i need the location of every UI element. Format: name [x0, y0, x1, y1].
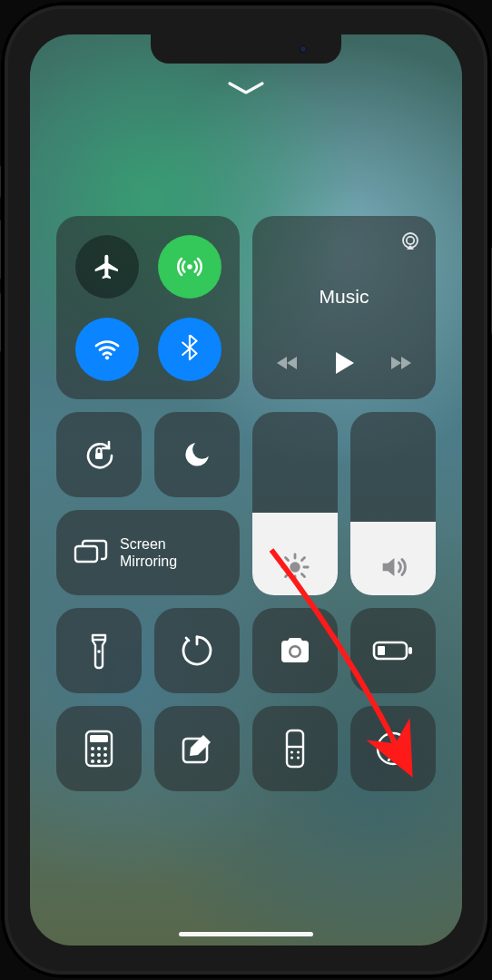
- svg-point-1: [104, 356, 108, 359]
- music-module[interactable]: Music: [252, 216, 436, 399]
- svg-rect-14: [90, 735, 108, 742]
- music-title: Music: [320, 286, 369, 308]
- svg-point-7: [97, 650, 101, 653]
- screen-mirroring-label: Screen Mirroring: [120, 535, 177, 570]
- volume-down-button: [0, 292, 1, 352]
- svg-point-28: [290, 756, 293, 759]
- camera-icon: [276, 635, 314, 666]
- battery-icon: [372, 640, 414, 662]
- timer-button[interactable]: [154, 608, 240, 693]
- svg-rect-6: [75, 546, 97, 562]
- svg-point-16: [97, 747, 101, 750]
- timer-icon: [179, 632, 215, 669]
- volume-up-button: [0, 220, 1, 279]
- brightness-icon: [280, 552, 310, 583]
- airplay-audio-icon[interactable]: [399, 230, 421, 252]
- music-controls: [275, 350, 413, 376]
- svg-point-27: [297, 750, 300, 753]
- wifi-toggle[interactable]: [75, 318, 139, 381]
- svg-point-5: [290, 562, 300, 572]
- do-not-disturb-toggle[interactable]: [154, 412, 240, 497]
- previous-track-icon[interactable]: [275, 354, 300, 372]
- orientation-lock-toggle[interactable]: [56, 412, 142, 497]
- notch: [151, 34, 341, 64]
- next-track-icon[interactable]: [388, 354, 413, 372]
- svg-rect-25: [287, 730, 303, 767]
- orientation-lock-icon: [81, 436, 117, 473]
- accessibility-icon: [375, 730, 411, 767]
- calculator-icon: [84, 730, 113, 768]
- camera-button[interactable]: [252, 608, 338, 693]
- accessibility-shortcut-button[interactable]: [350, 706, 436, 791]
- svg-point-20: [103, 753, 107, 757]
- svg-point-3: [407, 237, 414, 244]
- phone-frame: Music: [1, 2, 491, 978]
- wifi-icon: [93, 335, 122, 364]
- notes-button[interactable]: [154, 706, 240, 791]
- svg-point-29: [297, 756, 300, 759]
- connectivity-module: [56, 216, 240, 399]
- home-indicator[interactable]: [179, 932, 313, 936]
- apple-tv-remote-button[interactable]: [252, 706, 338, 791]
- screen-mirroring-button[interactable]: Screen Mirroring: [56, 510, 240, 595]
- bluetooth-toggle[interactable]: [158, 318, 221, 381]
- control-center: Music: [30, 216, 462, 791]
- svg-rect-11: [408, 647, 412, 654]
- compose-note-icon: [180, 731, 214, 766]
- cellular-data-toggle[interactable]: [158, 235, 221, 299]
- svg-point-19: [97, 753, 101, 757]
- svg-point-22: [97, 760, 101, 763]
- screen: Music: [30, 34, 462, 946]
- calculator-button[interactable]: [56, 706, 142, 791]
- mute-switch: [0, 165, 1, 198]
- bluetooth-icon: [178, 335, 202, 364]
- screen-mirroring-icon: [73, 537, 109, 568]
- airplane-icon: [93, 252, 122, 281]
- collapse-chevron-icon[interactable]: [226, 80, 266, 96]
- moon-icon: [182, 439, 212, 470]
- svg-rect-12: [378, 646, 385, 655]
- svg-point-15: [91, 747, 94, 750]
- cellular-antenna-icon: [176, 253, 203, 280]
- svg-point-26: [290, 750, 293, 753]
- volume-slider[interactable]: [350, 412, 436, 595]
- low-power-mode-button[interactable]: [350, 608, 436, 693]
- flashlight-button[interactable]: [56, 608, 142, 693]
- brightness-slider[interactable]: [252, 412, 338, 595]
- svg-point-21: [91, 760, 94, 763]
- remote-icon: [285, 729, 305, 769]
- flashlight-icon: [88, 632, 110, 670]
- svg-point-9: [291, 648, 300, 656]
- volume-icon: [378, 552, 408, 583]
- svg-point-31: [391, 739, 396, 743]
- airplane-mode-toggle[interactable]: [75, 235, 139, 299]
- play-icon[interactable]: [333, 350, 355, 376]
- svg-point-23: [103, 760, 107, 763]
- svg-point-0: [187, 264, 192, 270]
- svg-point-18: [91, 753, 94, 757]
- svg-point-17: [103, 747, 107, 750]
